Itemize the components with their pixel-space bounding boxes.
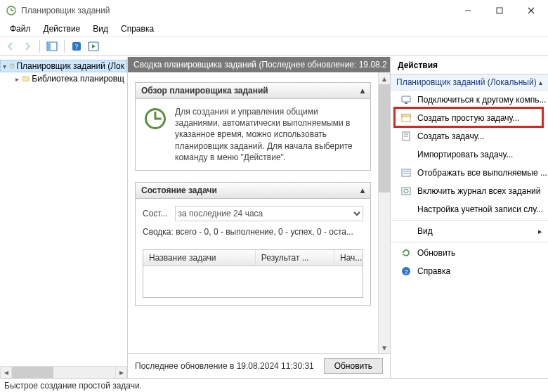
submenu-arrow-icon: ▸ [538,227,542,236]
col-result[interactable]: Результат ... [256,250,334,266]
tree-root[interactable]: ▾ Планировщик заданий (Лок [0,60,127,72]
menu-help[interactable]: Справка [115,22,159,35]
center-vscroll[interactable]: ▴ ▾ [378,72,390,353]
action-help[interactable]: ? Справка [391,262,548,280]
action-import-task[interactable]: Импортировать задачу... [391,145,548,164]
summary-header: Сводка планировщика заданий (Последнее о… [128,57,390,72]
app-icon [6,5,17,16]
help-icon: ? [400,266,412,277]
wizard-icon [400,112,412,124]
tree-pane: ▾ Планировщик заданий (Лок ▸ Библиотека … [0,57,128,378]
clock-icon [143,106,168,133]
scroll-down-icon[interactable]: ▾ [379,341,390,353]
account-icon [400,204,412,215]
state-summary: Сводка: всего - 0, 0 - выполнение, 0 - у… [143,227,363,237]
last-update-label: Последнее обновление в 19.08.2024 11:30:… [135,361,315,371]
task-state-panel: Состояние задачи ▴ Сост... за последние … [135,182,371,306]
state-label: Сост... [143,209,168,218]
toolbar-pane-icon[interactable] [44,39,60,54]
task-state-title: Состояние задачи [141,185,217,195]
back-button[interactable] [3,39,18,54]
menu-bar: Файл Действие Вид Справка [0,21,548,37]
window-title: Планировщик заданий [21,6,452,15]
task-state-header[interactable]: Состояние задачи ▴ [135,182,371,199]
actions-group-header[interactable]: Планировщик заданий (Локальный) ▴ [391,74,548,91]
action-view-label: Вид [417,226,433,236]
forward-button[interactable] [20,39,35,54]
action-history-label: Включить журнал всех заданий [417,186,540,196]
maximize-button[interactable] [483,0,515,21]
refresh-icon [400,247,412,259]
task-table-body [143,266,363,297]
minimize-button[interactable] [452,0,483,21]
tree-library-label: Библиотека планировщ [32,74,124,84]
svg-rect-28 [402,169,410,176]
action-view[interactable]: Вид ▸ [391,222,548,240]
svg-rect-8 [48,43,51,50]
svg-rect-4 [497,8,502,13]
svg-rect-17 [22,77,28,81]
action-connect[interactable]: Подключиться к другому компь... [391,91,548,109]
main-content: ▾ Планировщик заданий (Лок ▸ Библиотека … [0,56,548,378]
menu-file[interactable]: Файл [4,22,37,35]
overview-text: Для создания и управления общими задания… [175,106,363,163]
toolbar-run-icon[interactable] [86,39,101,54]
svg-text:?: ? [404,268,407,275]
computer-icon [400,94,412,105]
action-create-label: Создать задачу... [417,131,485,141]
title-bar: Планировщик заданий [0,0,548,21]
refresh-button[interactable]: Обновить [324,358,383,374]
view-icon [400,226,412,237]
tree-library[interactable]: ▸ Библиотека планировщ [0,72,127,85]
collapse-icon[interactable]: ▾ [3,63,7,70]
state-period-select[interactable]: за последние 24 часа [175,206,363,221]
toolbar: ? [0,37,548,56]
chevron-up-icon: ▴ [539,79,542,86]
scroll-right-icon[interactable]: ▸ [115,367,127,378]
svg-rect-22 [405,103,407,104]
status-bar: Быстрое создание простой задачи. [0,378,548,392]
history-icon [400,185,412,197]
menu-action[interactable]: Действие [38,22,86,35]
action-create-basic-label: Создать простую задачу... [417,113,519,123]
col-task-name[interactable]: Название задачи [143,250,256,266]
overview-header[interactable]: Обзор планировщика заданий ▴ [135,82,371,99]
chevron-up-icon: ▴ [360,185,365,195]
svg-rect-24 [402,115,410,117]
actions-title: Действия [391,57,548,74]
action-help-label: Справка [417,266,450,276]
action-create-basic-task[interactable]: Создать простую задачу... [391,109,548,127]
import-icon [400,149,412,160]
action-import-label: Импортировать задачу... [417,150,513,159]
overview-panel: Обзор планировщика заданий ▴ Для создани… [135,82,371,171]
chevron-up-icon: ▴ [360,86,365,96]
tree-hscroll[interactable]: ◂ ▸ [0,366,127,378]
summary-pane: Сводка планировщика заданий (Последнее о… [128,57,391,378]
scroll-left-icon[interactable]: ◂ [0,367,12,378]
tree-root-label: Планировщик заданий (Лок [16,61,124,71]
action-connect-label: Подключиться к другому компь... [417,95,546,105]
task-icon [400,131,412,142]
action-refresh[interactable]: Обновить [391,244,548,262]
action-show-running[interactable]: Отображать все выполняемые ... [391,164,548,182]
svg-rect-21 [402,96,410,102]
expand-icon[interactable]: ▸ [14,75,20,83]
action-enable-history[interactable]: Включить журнал всех заданий [391,182,548,200]
svg-text:?: ? [75,42,79,50]
actions-group-label: Планировщик заданий (Локальный) [396,77,537,87]
status-text: Быстрое создание простой задачи. [4,381,142,391]
action-account-config[interactable]: Настройка учетной записи слу... [391,200,548,218]
col-start[interactable]: Нач... [334,250,363,266]
action-create-task[interactable]: Создать задачу... [391,127,548,145]
actions-pane: Действия Планировщик заданий (Локальный)… [391,57,548,378]
update-bar: Последнее обновление в 19.08.2024 11:30:… [128,353,390,378]
toolbar-help-icon[interactable]: ? [69,39,84,54]
action-show-running-label: Отображать все выполняемые ... [417,168,547,178]
action-account-label: Настройка учетной записи слу... [417,204,543,214]
close-button[interactable] [515,0,547,21]
menu-view[interactable]: Вид [87,22,114,35]
scroll-up-icon[interactable]: ▴ [379,72,390,84]
action-refresh-label: Обновить [417,248,455,258]
task-table: Название задачи Результат ... Нач... [143,249,363,298]
list-icon [400,167,412,178]
